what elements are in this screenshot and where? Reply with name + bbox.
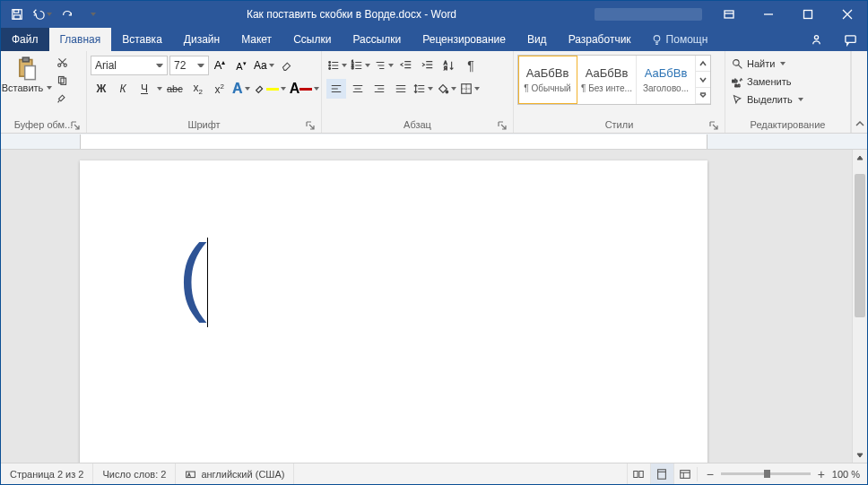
change-case-button[interactable]: Aa [253,56,275,75]
share-button[interactable] [799,33,833,47]
highlight-button[interactable] [253,79,287,99]
paste-button[interactable]: Вставить [5,54,48,113]
word-count[interactable]: Число слов: 2 [93,463,176,484]
copy-button[interactable] [52,72,72,88]
document-area: ( [1,150,867,463]
tab-references[interactable]: Ссылки [282,28,342,51]
minimize-button[interactable] [749,1,788,28]
format-painter-button[interactable] [52,90,72,106]
style-heading1[interactable]: АаБбВв Заголово... [637,56,696,104]
brush-icon [56,92,68,104]
subscript-button[interactable]: x2 [188,79,208,99]
tab-review[interactable]: Рецензирование [412,28,516,51]
font-dialog-launcher[interactable] [305,121,316,132]
zoom-out-button[interactable]: − [705,467,716,481]
cut-button[interactable] [52,54,72,70]
collapse-ribbon-button[interactable] [851,51,867,133]
justify-button[interactable] [391,79,411,99]
show-marks-button[interactable]: ¶ [461,56,481,75]
zoom-slider[interactable] [721,472,811,475]
read-mode-button[interactable] [627,463,650,484]
underline-button[interactable]: Ч [135,79,154,99]
horizontal-ruler[interactable] [80,134,707,149]
styles-expand[interactable] [696,88,710,104]
scroll-thumb[interactable] [855,174,865,317]
maximize-button[interactable] [788,1,828,28]
styles-gallery[interactable]: АаБбВв ¶ Обычный АаБбВв ¶ Без инте... Аа… [517,55,711,105]
decrease-indent-button[interactable] [396,56,416,75]
print-layout-button[interactable] [650,463,673,484]
align-right-button[interactable] [369,79,389,99]
app-window: Как поставить скобки в Ворде.docx - Word… [0,0,868,485]
tab-home[interactable]: Главная [49,28,112,51]
web-layout-button[interactable] [673,463,697,484]
shading-button[interactable] [436,79,457,99]
align-center-button[interactable] [348,79,368,99]
qat-customize[interactable] [82,4,103,25]
zoom-slider-thumb[interactable] [764,470,770,478]
group-editing-label: Редактирование [751,119,826,130]
shrink-font-button[interactable]: A▾ [231,56,251,75]
window-controls [709,1,867,28]
multilevel-list-button[interactable] [373,56,395,75]
strikethrough-button[interactable]: abc [163,79,187,99]
redo-button[interactable] [56,4,78,25]
document-page[interactable]: ( [80,160,707,463]
font-color-button[interactable]: A [289,79,321,99]
ribbon-display-options[interactable] [709,1,749,28]
tab-file[interactable]: Файл [1,28,49,51]
tell-me[interactable]: Помощн [642,28,717,51]
align-left-button[interactable] [326,79,346,99]
save-button[interactable] [6,4,28,25]
title-bar: Как поставить скобки в Ворде.docx - Word [1,1,867,28]
styles-dialog-launcher[interactable] [708,121,719,132]
svg-text:Я: Я [444,65,447,71]
tab-view[interactable]: Вид [516,28,558,51]
style-no-spacing[interactable]: АаБбВв ¶ Без инте... [577,56,637,104]
styles-scroll-up[interactable] [696,56,710,72]
scroll-up-button[interactable] [853,150,867,165]
find-button[interactable]: Найти [729,56,788,72]
search-icon [732,58,743,70]
font-size-combo[interactable]: 72 [169,56,209,75]
bold-button[interactable]: Ж [91,79,111,99]
scroll-track[interactable] [853,165,867,447]
increase-indent-button[interactable] [418,56,438,75]
style-normal[interactable]: АаБбВв ¶ Обычный [518,56,577,104]
tab-insert[interactable]: Вставка [111,28,173,51]
bullets-button[interactable] [326,56,348,75]
zoom-value[interactable]: 100 % [832,469,860,480]
tab-layout[interactable]: Макет [230,28,282,51]
sort-button[interactable]: AЯ [439,56,459,75]
language-indicator[interactable]: английский (США) [176,463,294,484]
ribbon-tabs: Файл Главная Вставка Дизайн Макет Ссылки… [1,28,867,51]
scroll-down-button[interactable] [853,447,867,463]
clipboard-dialog-launcher[interactable] [70,121,81,132]
svg-point-25 [733,59,740,65]
page-indicator[interactable]: Страница 2 из 2 [1,463,93,484]
italic-button[interactable]: К [113,79,133,99]
superscript-button[interactable]: x2 [210,79,230,99]
text-effects-button[interactable]: A [231,79,251,99]
tab-developer[interactable]: Разработчик [558,28,642,51]
grow-font-button[interactable]: A▴ [210,56,230,75]
numbering-button[interactable]: 123 [350,56,371,75]
line-spacing-button[interactable] [412,79,434,99]
borders-button[interactable] [459,79,481,99]
paragraph-dialog-launcher[interactable] [497,121,508,132]
font-name-combo[interactable]: Arial [91,56,168,75]
tab-mailings[interactable]: Рассылки [342,28,412,51]
font-size-value: 72 [174,59,186,72]
svg-text:3: 3 [352,65,354,70]
styles-scroll-down[interactable] [696,72,710,88]
undo-button[interactable] [31,4,53,25]
zoom-in-button[interactable]: + [816,467,827,481]
replace-button[interactable]: abacЗаменить [729,74,794,90]
close-button[interactable] [828,1,867,28]
tab-design[interactable]: Дизайн [173,28,230,51]
vertical-scrollbar[interactable] [852,150,867,463]
clear-formatting-button[interactable] [277,56,297,75]
comments-button[interactable] [833,33,867,47]
underline-dropdown[interactable] [155,87,162,91]
select-button[interactable]: Выделить [729,91,806,108]
